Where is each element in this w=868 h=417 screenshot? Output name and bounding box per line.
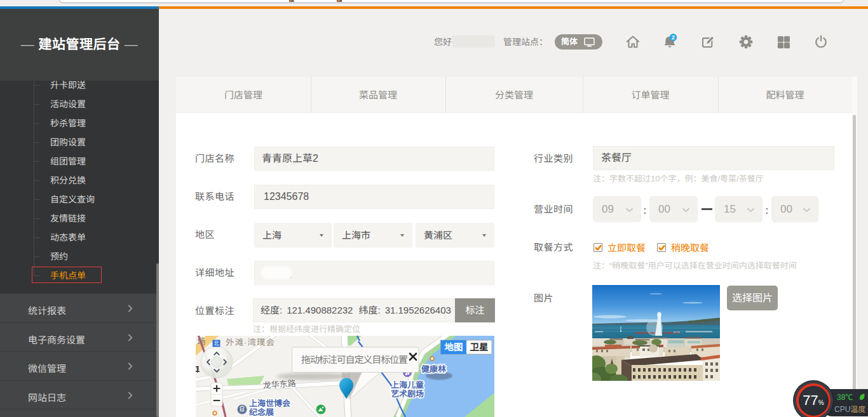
svg-text:艺术剧场: 艺术剧场 bbox=[391, 389, 424, 399]
svg-text:2: 2 bbox=[672, 34, 675, 41]
svg-text:纪念展: 纪念展 bbox=[249, 407, 275, 417]
svg-text:地图: 地图 bbox=[445, 342, 463, 352]
svg-text:健康林: 健康林 bbox=[421, 364, 447, 374]
svg-text:卫星: 卫星 bbox=[470, 342, 489, 352]
svg-text:场: 场 bbox=[197, 337, 206, 347]
svg-text:上海世博会: 上海世博会 bbox=[249, 399, 291, 408]
svg-text:北: 北 bbox=[214, 340, 219, 347]
svg-text:拖动标注可自定义目标位置: 拖动标注可自定义目标位置 bbox=[301, 354, 408, 365]
svg-text:上海儿童: 上海儿童 bbox=[391, 380, 424, 390]
svg-text:外滩·湾璞会: 外滩·湾璞会 bbox=[226, 338, 275, 347]
